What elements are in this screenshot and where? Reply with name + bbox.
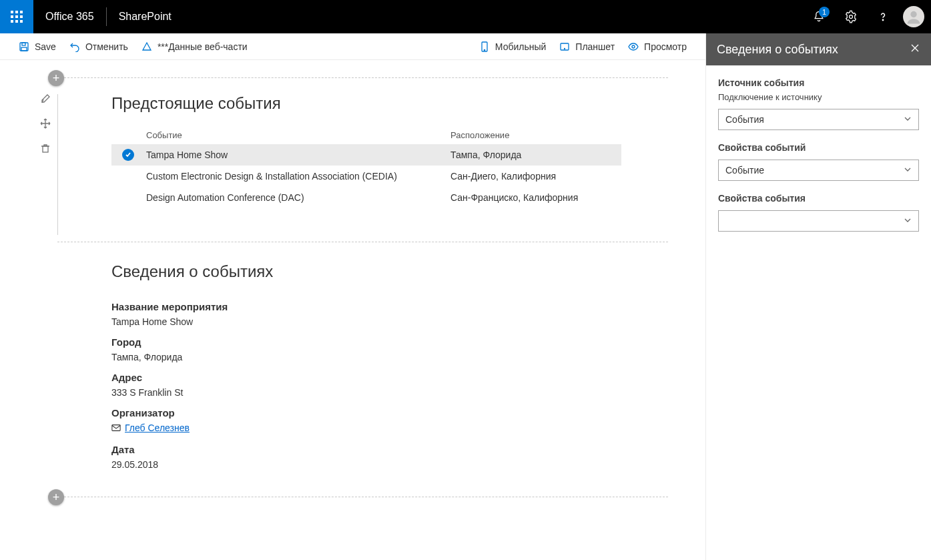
property-panel: Сведения о событиях Источник события Под…: [705, 33, 931, 560]
row-select[interactable]: [111, 149, 146, 161]
chevron-down-icon: [904, 165, 912, 176]
mobile-icon: [479, 41, 490, 52]
section-divider-bottom: +: [57, 497, 668, 497]
table-row[interactable]: Design Automation Conference (DAC)Сан-Фр…: [111, 187, 621, 208]
edit-webpart-button[interactable]: [40, 93, 51, 106]
add-section-button-bottom[interactable]: +: [48, 489, 64, 505]
gear-icon: [844, 10, 858, 23]
mobile-view-button[interactable]: Мобильный: [473, 33, 553, 60]
city-value: Тампа, Флорида: [111, 352, 621, 362]
event-prop-heading: Свойства события: [718, 193, 919, 204]
person-icon: [904, 7, 923, 26]
event-prop-dropdown[interactable]: [718, 210, 919, 232]
trash-icon: [40, 143, 51, 154]
suite-bar: Office 365 SharePoint 1: [0, 0, 931, 33]
app-name-label[interactable]: SharePoint: [107, 11, 184, 23]
name-label: Название мероприятия: [111, 301, 621, 312]
cell-location: Тампа, Флорида: [450, 150, 621, 160]
cancel-button[interactable]: Отменить: [63, 33, 135, 60]
undo-icon: [69, 41, 80, 52]
cancel-label: Отменить: [85, 41, 128, 52]
upcoming-events-webpart: Предстоящие события Событие Расположение…: [57, 94, 668, 235]
app-launcher-button[interactable]: [0, 0, 33, 33]
waffle-icon: [11, 11, 23, 23]
svg-rect-4: [22, 43, 25, 45]
webpart-edit-rail: [40, 93, 51, 156]
section-divider-top: +: [57, 77, 668, 78]
move-icon: [40, 118, 51, 129]
brand-label[interactable]: Office 365: [33, 11, 106, 23]
panel-header: Сведения о событиях: [706, 33, 931, 65]
chevron-down-icon: [904, 114, 912, 125]
svg-point-2: [910, 11, 916, 17]
panel-close-button[interactable]: [910, 43, 920, 57]
col-header-location: Расположение: [450, 130, 621, 140]
save-label: Save: [35, 41, 56, 52]
table-row[interactable]: Custom Electronic Design & Installation …: [111, 166, 621, 187]
props-dropdown-value: Событие: [725, 165, 764, 176]
preview-button[interactable]: Просмотр: [621, 33, 693, 60]
cell-event: Tampa Home Show: [146, 150, 450, 160]
event-details-webpart: Сведения о событиях Название мероприятия…: [57, 262, 668, 470]
col-header-event: Событие: [111, 130, 450, 140]
edit-icon: [40, 93, 51, 104]
svg-point-10: [632, 45, 635, 48]
section-divider-mid: [57, 242, 668, 242]
help-button[interactable]: [867, 0, 899, 33]
organizer-link[interactable]: Глеб Селезнев: [111, 423, 190, 433]
canvas-area: Save Отменить ***Данные веб-части Мобиль…: [0, 33, 705, 560]
settings-button[interactable]: [835, 0, 867, 33]
svg-point-7: [484, 49, 485, 50]
table-row[interactable]: Tampa Home ShowТампа, Флорида: [111, 144, 621, 166]
mobile-label: Мобильный: [495, 41, 547, 52]
details-title: Сведения о событиях: [111, 262, 621, 281]
name-value: Tampa Home Show: [111, 316, 621, 327]
cell-event: Design Automation Conference (DAC): [146, 192, 450, 203]
close-icon: [910, 43, 920, 53]
check-icon: [122, 149, 134, 161]
account-avatar[interactable]: [903, 6, 924, 27]
date-value: 29.05.2018: [111, 459, 621, 470]
chevron-down-icon: [904, 216, 912, 226]
organizer-label: Организатор: [111, 407, 621, 418]
move-webpart-button[interactable]: [40, 118, 51, 131]
svg-rect-12: [112, 425, 120, 431]
preview-label: Просмотр: [644, 41, 687, 52]
cell-event: Custom Electronic Design & Installation …: [146, 171, 450, 182]
delete-webpart-button[interactable]: [40, 143, 51, 156]
webpart-data-label: ***Данные веб-части: [158, 41, 248, 52]
svg-rect-5: [21, 47, 27, 51]
svg-rect-11: [43, 146, 48, 152]
panel-title: Сведения о событиях: [717, 43, 838, 57]
svg-point-0: [850, 15, 853, 19]
connect-label: Подключение к источнику: [718, 92, 919, 102]
command-bar: Save Отменить ***Данные веб-части Мобиль…: [0, 33, 705, 60]
address-value: 333 S Franklin St: [111, 387, 621, 398]
save-button[interactable]: Save: [12, 33, 63, 60]
props-heading: Свойства событий: [718, 142, 919, 153]
warning-triangle-icon: [141, 41, 152, 52]
source-heading: Источник события: [718, 77, 919, 88]
add-section-button-top[interactable]: +: [48, 70, 64, 86]
notifications-button[interactable]: 1: [803, 0, 835, 33]
cell-location: Сан-Франциско, Калифорния: [450, 192, 621, 203]
question-icon: [876, 10, 890, 23]
eye-icon: [628, 41, 639, 52]
save-icon: [19, 41, 29, 52]
svg-point-1: [882, 19, 883, 20]
organizer-value: Глеб Селезнев: [125, 423, 190, 433]
source-dropdown-value: События: [725, 114, 764, 125]
webpart-data-button[interactable]: ***Данные веб-части: [135, 33, 254, 60]
props-dropdown[interactable]: Событие: [718, 160, 919, 181]
city-label: Город: [111, 336, 621, 348]
notification-badge: 1: [819, 7, 830, 17]
tablet-label: Планшет: [575, 41, 615, 52]
tablet-icon: [559, 41, 570, 52]
address-label: Адрес: [111, 372, 621, 383]
table-header: Событие Расположение: [111, 126, 621, 144]
cell-location: Сан-Диего, Калифорния: [450, 171, 621, 182]
mail-icon: [111, 423, 121, 433]
upcoming-title: Предстоящие события: [111, 94, 621, 113]
source-dropdown[interactable]: События: [718, 109, 919, 130]
tablet-view-button[interactable]: Планшет: [553, 33, 621, 60]
